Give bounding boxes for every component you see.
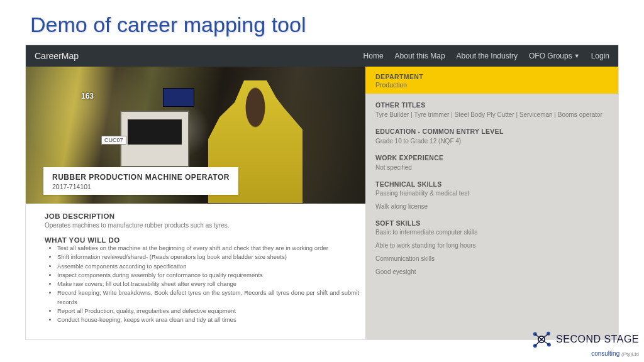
hero-marker-163: 163 <box>81 92 94 101</box>
list-item: Shift information reviewed/shared- (Read… <box>57 253 359 261</box>
footer-brand: SECOND STAGE <box>556 334 639 345</box>
nav-about-map[interactable]: About this Map <box>395 52 445 60</box>
footer-pty: (Pty)Ltd <box>621 351 639 357</box>
right-column: DEPARTMENT Production OTHER TITLES Tyre … <box>365 67 618 340</box>
department-label: DEPARTMENT <box>375 73 608 80</box>
list-item: Assemble components according to specifi… <box>57 262 359 271</box>
other-titles-label: OTHER TITLES <box>375 101 608 109</box>
duties-heading: WHAT YOU WILL DO <box>45 236 359 244</box>
network-icon: 4 <box>531 329 552 350</box>
nav-links: Home About this Map About the Industry O… <box>364 52 609 60</box>
navbar-brand[interactable]: CareerMap <box>35 51 79 61</box>
nav-about-industry[interactable]: About the Industry <box>457 52 518 60</box>
info-panel: OTHER TITLES Tyre Builder | Tyre trimmer… <box>365 94 618 340</box>
job-title-card: RUBBER PRODUCTION MACHINE OPERATOR 2017-… <box>43 167 238 195</box>
left-column: 163 CUC07 RUBBER PRODUCTION MACHINE OPER… <box>26 67 365 340</box>
nav-login[interactable]: Login <box>591 52 609 60</box>
soft-section: SOFT SKILLS Basic to intermediate comput… <box>375 219 608 277</box>
duties-list: Test all safeties on the machine at the … <box>45 244 359 324</box>
list-item: Conduct house-keeping, keeps work area c… <box>57 315 359 324</box>
experience-label: WORK EXPERIENCE <box>375 154 608 162</box>
technical-section: TECHNICAL SKILLS Passing trainability & … <box>375 180 608 211</box>
education-value: Grade 10 to Grade 12 (NQF 4) <box>375 136 608 146</box>
technical-line-2: Walk along license <box>375 202 608 211</box>
job-description-text: Operates machines to manufacture rubber … <box>45 222 359 229</box>
soft-line-3: Communication skills <box>375 255 608 263</box>
hero-warning-sign <box>163 88 194 107</box>
list-item: Report all Production, quality, irregula… <box>57 307 359 315</box>
hero-control-panel <box>120 111 189 167</box>
list-item: Inspect components during assembly for c… <box>57 271 359 280</box>
slide-title: Demo of career mapping tool <box>0 0 644 45</box>
content-area: 163 CUC07 RUBBER PRODUCTION MACHINE OPER… <box>26 67 618 340</box>
education-label: EDUCATION - COMMON ENTRY LEVEL <box>375 128 608 135</box>
description-block: JOB DESCRIPTION Operates machines to man… <box>26 204 365 324</box>
education-section: EDUCATION - COMMON ENTRY LEVEL Grade 10 … <box>375 128 608 146</box>
job-title: RUBBER PRODUCTION MACHINE OPERATOR <box>52 173 230 182</box>
soft-line-2: Able to work standing for long hours <box>375 241 608 250</box>
other-titles-value: Tyre Builder | Tyre trimmer | Steel Body… <box>375 110 608 119</box>
navbar: CareerMap Home About this Map About the … <box>26 45 618 67</box>
job-code: 2017-714101 <box>52 183 230 190</box>
soft-line-1: Basic to intermediate computer skills <box>375 228 608 237</box>
department-banner: DEPARTMENT Production <box>365 67 618 94</box>
chevron-down-icon: ▼ <box>574 53 580 59</box>
footer-logo: 4 SECOND STAGE consulting (Pty)Ltd <box>531 329 639 357</box>
list-item: Test all safeties on the machine at the … <box>57 244 359 253</box>
list-item: Record keeping; Write breakdowns, Book d… <box>57 288 359 307</box>
technical-line-1: Passing trainability & medical test <box>375 189 608 198</box>
job-description-heading: JOB DESCRIPTION <box>45 212 359 220</box>
other-titles-section: OTHER TITLES Tyre Builder | Tyre trimmer… <box>375 101 608 119</box>
nav-home[interactable]: Home <box>364 52 384 60</box>
experience-value: Not specified <box>375 163 608 172</box>
hero-image: 163 CUC07 RUBBER PRODUCTION MACHINE OPER… <box>26 67 365 204</box>
technical-label: TECHNICAL SKILLS <box>375 180 608 188</box>
hero-marker-cuc: CUC07 <box>101 136 126 145</box>
app-frame: CareerMap Home About this Map About the … <box>25 45 619 340</box>
footer-sub: consulting <box>591 350 619 357</box>
soft-line-4: Good eyesight <box>375 268 608 277</box>
department-value: Production <box>375 81 608 89</box>
list-item: Make raw covers; fill out lot traceabili… <box>57 280 359 288</box>
experience-section: WORK EXPERIENCE Not specified <box>375 154 608 172</box>
soft-label: SOFT SKILLS <box>375 219 608 227</box>
nav-ofo-label: OFO Groups <box>529 52 572 60</box>
nav-ofo-groups[interactable]: OFO Groups ▼ <box>529 52 580 60</box>
